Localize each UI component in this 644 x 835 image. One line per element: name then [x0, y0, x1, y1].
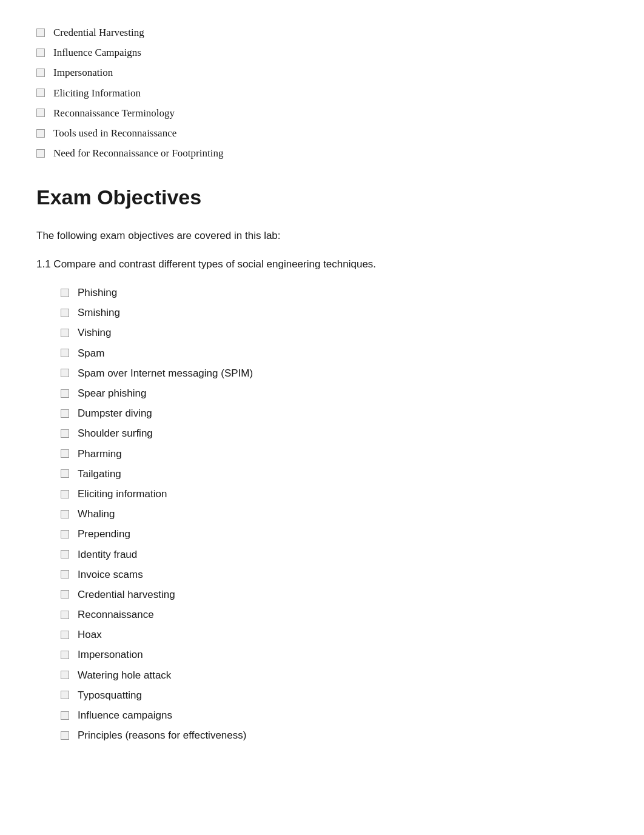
bullet-checkbox: [61, 490, 69, 498]
list-item: Typosquatting: [61, 687, 608, 703]
list-item: Impersonation: [36, 64, 608, 81]
list-item-label: Smishing: [78, 304, 120, 321]
list-item-label: Influence campaigns: [78, 707, 172, 723]
list-item: Tools used in Reconnaissance: [36, 125, 608, 141]
bullet-checkbox: [61, 530, 69, 538]
bullet-checkbox: [61, 349, 69, 357]
list-item: Impersonation: [61, 646, 608, 663]
list-item: Pharming: [61, 446, 608, 462]
intro-text: The following exam objectives are covere…: [36, 227, 608, 244]
list-item: Phishing: [61, 284, 608, 301]
list-item: Spear phishing: [61, 385, 608, 401]
bullet-checkbox: [36, 89, 45, 97]
bullet-checkbox: [61, 429, 69, 438]
list-item-label: Influence Campaigns: [53, 44, 141, 61]
list-item-label: Shoulder surfing: [78, 425, 153, 441]
list-item-label: Credential Harvesting: [53, 24, 144, 41]
bullet-checkbox: [36, 109, 45, 117]
list-item: Invoice scams: [61, 566, 608, 583]
bullet-checkbox: [61, 289, 69, 297]
list-item-label: Vishing: [78, 324, 111, 341]
list-item-label: Invoice scams: [78, 566, 143, 583]
list-item: Credential harvesting: [61, 586, 608, 603]
list-item: Dumpster diving: [61, 405, 608, 421]
bullet-checkbox: [61, 631, 69, 639]
list-item-label: Tailgating: [78, 466, 121, 482]
list-item: Need for Reconnaissance or Footprinting: [36, 145, 608, 161]
bullet-checkbox: [61, 590, 69, 599]
list-item: Shoulder surfing: [61, 425, 608, 441]
list-item-label: Impersonation: [53, 64, 113, 81]
list-item-label: Whaling: [78, 506, 115, 522]
list-item-label: Spear phishing: [78, 385, 146, 401]
bullet-checkbox: [36, 49, 45, 57]
list-item: Watering hole attack: [61, 667, 608, 683]
bullet-checkbox: [61, 329, 69, 337]
bullet-checkbox: [61, 469, 69, 478]
bullet-checkbox: [61, 389, 69, 398]
bullet-checkbox: [61, 369, 69, 377]
list-item: Spam over Internet messaging (SPIM): [61, 365, 608, 381]
list-item-label: Hoax: [78, 626, 102, 643]
list-item-label: Principles (reasons for effectiveness): [78, 727, 246, 743]
list-item-label: Impersonation: [78, 646, 143, 663]
bullet-checkbox: [61, 711, 69, 720]
list-item: Reconnaissance Terminology: [36, 105, 608, 121]
list-item-label: Pharming: [78, 446, 122, 462]
top-list: Credential HarvestingInfluence Campaigns…: [36, 24, 608, 161]
list-item: Hoax: [61, 626, 608, 643]
bullet-checkbox: [61, 671, 69, 679]
list-item: Spam: [61, 345, 608, 361]
bullet-checkbox: [61, 449, 69, 458]
list-item-label: Eliciting information: [78, 486, 167, 502]
list-item-label: Tools used in Reconnaissance: [53, 125, 176, 141]
list-item: Eliciting Information: [36, 85, 608, 101]
list-item-label: Spam over Internet messaging (SPIM): [78, 365, 253, 381]
list-item: Prepending: [61, 526, 608, 542]
list-item: Credential Harvesting: [36, 24, 608, 41]
bullet-checkbox: [61, 409, 69, 418]
list-item: Influence campaigns: [61, 707, 608, 723]
bullet-checkbox: [36, 69, 45, 77]
bullet-checkbox: [61, 611, 69, 619]
bullet-checkbox: [36, 129, 45, 138]
list-item-label: Reconnaissance: [78, 606, 154, 623]
list-item: Tailgating: [61, 466, 608, 482]
list-item-label: Spam: [78, 345, 104, 361]
list-item-label: Credential harvesting: [78, 586, 175, 603]
section-title: Exam Objectives: [36, 181, 608, 213]
list-item: Principles (reasons for effectiveness): [61, 727, 608, 743]
list-item: Identity fraud: [61, 546, 608, 563]
list-item: Smishing: [61, 304, 608, 321]
sub-list: PhishingSmishingVishingSpamSpam over Int…: [61, 284, 608, 743]
bullet-checkbox: [61, 309, 69, 317]
list-item-label: Reconnaissance Terminology: [53, 105, 175, 121]
bullet-checkbox: [61, 691, 69, 699]
bullet-checkbox: [36, 29, 45, 37]
bullet-checkbox: [61, 570, 69, 578]
list-item-label: Dumpster diving: [78, 405, 152, 421]
list-item-label: Watering hole attack: [78, 667, 171, 683]
bullet-checkbox: [61, 510, 69, 518]
list-item-label: Identity fraud: [78, 546, 137, 563]
bullet-checkbox: [61, 651, 69, 659]
bullet-checkbox: [61, 550, 69, 558]
list-item-label: Need for Reconnaissance or Footprinting: [53, 145, 223, 161]
list-item-label: Prepending: [78, 526, 130, 542]
list-item: Vishing: [61, 324, 608, 341]
list-item: Eliciting information: [61, 486, 608, 502]
bullet-checkbox: [36, 149, 45, 158]
list-item: Influence Campaigns: [36, 44, 608, 61]
bullet-checkbox: [61, 731, 69, 740]
objective-text: 1.1 Compare and contrast different types…: [36, 256, 608, 272]
list-item: Reconnaissance: [61, 606, 608, 623]
list-item-label: Phishing: [78, 284, 117, 301]
list-item: Whaling: [61, 506, 608, 522]
list-item-label: Eliciting Information: [53, 85, 141, 101]
list-item-label: Typosquatting: [78, 687, 142, 703]
